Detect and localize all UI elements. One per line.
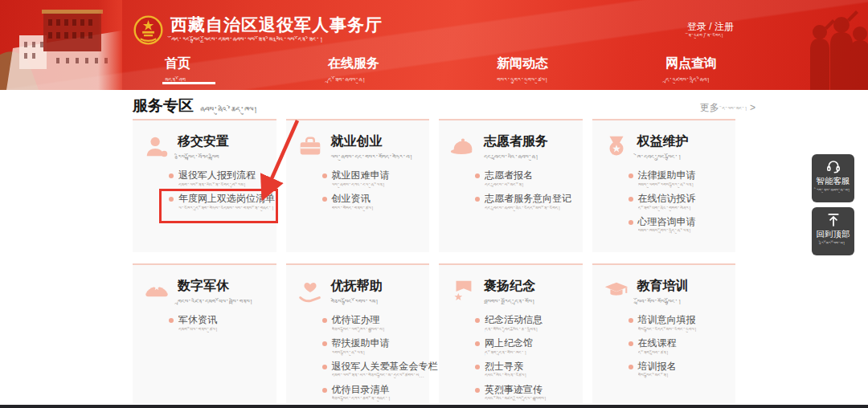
cards-row-1: 移交安置 རྩིས་སྤྲོད་བཀོད་སྒྲིག 退役军人报到流程 དམག་…: [133, 119, 735, 252]
page: 西藏自治区退役军人事务厅 བོད་རང་སྐྱོང་ལྗོངས་དམག་ཞབས་…: [0, 0, 868, 408]
card-title[interactable]: 教育培训: [637, 278, 689, 295]
service-link-label[interactable]: 心理咨询申请: [638, 217, 696, 228]
service-link[interactable]: 优待证办理 གཅེས་སྐྱོང་ལག་ཁྱེར་བསྒྲུབ་པ།: [322, 315, 438, 333]
service-link[interactable]: 培训报名 གསོ་སྦྱོང་མིང་ཐོ།: [628, 361, 698, 380]
cards-row-2: 数字军休 གྲངས་འཛིན་དམག་ཡོལ་བསྟི་གནས། 军休资讯 དམ…: [133, 263, 735, 404]
service-link[interactable]: 创业资讯 གསར་གཏོད་གནས་ཚུལ།: [322, 194, 390, 212]
service-link-label[interactable]: 退役军人报到流程: [178, 170, 275, 182]
service-link-label[interactable]: 就业困难申请: [332, 170, 390, 182]
nav-branch-query-label[interactable]: 网点查询: [665, 55, 717, 72]
service-link[interactable]: 英烈事迹宣传 དཔའ་བོའི་མཛད་རྗེས་དྲིལ་བསྒྲགས།: [475, 385, 547, 403]
service-link-label[interactable]: 英烈事迹宣传: [485, 385, 547, 396]
nav-online-services[interactable]: 在线服务 དྲ་ཐོག་ཞབས་ཞུ།: [328, 55, 379, 84]
card-digital-military-retirement: 数字军休 གྲངས་འཛིན་དམག་ཡོལ་བསྟི་གནས། 军休资讯 དམ…: [133, 263, 276, 404]
card-volunteer-services: 志愿者服务 དང་བླངས་པའི་ཞབས་ཞུ། 志愿者报名 དང་བླངས་…: [439, 119, 583, 252]
service-link-label[interactable]: 志愿者报名: [485, 170, 571, 182]
service-link[interactable]: 军休资讯 དམག་ཡོལ་གནས་ཚུལ།: [169, 315, 218, 333]
service-link[interactable]: 在线课程 དྲ་ཐོག་སློབ་ཚན།: [628, 338, 698, 357]
service-link-label[interactable]: 年度网上双选岗位清单: [178, 194, 275, 205]
card-title[interactable]: 褒扬纪念: [484, 278, 535, 295]
nav-branch-query[interactable]: 网点查询 དྲ་འཛུགས་འདྲི་ཞིབ།: [665, 55, 717, 84]
bullet-icon: [322, 365, 327, 369]
service-link-tibetan: དྲ་ཐོག་སློབ་ཚན།: [638, 350, 698, 357]
service-link-tibetan: གསོ་སྦྱོང་འདོད་མོས་འགེང་འབུལ།: [638, 327, 698, 333]
card-title-tibetan: བསྔགས་བརྗོད་དྲན་གསོ།: [484, 298, 535, 306]
service-link-tibetan: གསར་གཏོད་གནས་ཚུལ།: [332, 206, 390, 212]
back-to-top-button[interactable]: 回到顶部 རྩེ་མོར་ལོག་པ།: [812, 207, 854, 255]
service-link-annual-job-list[interactable]: 年度网上双选岗位清单 ལོ་འཁོར་དྲ་ཐོག་གཉིས་འདེམས་ལས་…: [169, 194, 275, 212]
smart-customer-service-button[interactable]: 智能客服 རིག་ནུས་ཞབས་ཞུ་བ།: [812, 154, 854, 202]
service-link-tibetan: ལས་ཞུགས་དཀའ་ངལ་ཞུ་ལེན།: [332, 182, 390, 189]
service-link[interactable]: 就业困难申请 ལས་ཞུགས་དཀའ་ངལ་ཞུ་ལེན།: [322, 170, 390, 189]
service-link[interactable]: 烈士寻亲 དཔའ་བོའི་གཉེན་འཚོལ།: [475, 361, 547, 380]
service-link-tibetan: རོགས་སྐྱོར་ཞུ་ལེན།: [332, 350, 438, 357]
service-link[interactable]: 网上纪念馆 དྲ་ཐོག་དྲན་གསོ་ཁང་།: [475, 338, 547, 357]
service-link[interactable]: 在线信访投诉 དྲ་ཐོག་ཡིག་ཞུའི་གཏུག་བཤེར།: [628, 194, 696, 212]
nav-home-label[interactable]: 首页: [165, 55, 190, 72]
service-link-tibetan: སེམས་ཁམས་གྲོས་འདྲི་ཞུ་ལེན།: [638, 228, 696, 235]
service-link-label[interactable]: 网上纪念馆: [485, 338, 547, 349]
bullet-icon: [628, 365, 633, 369]
service-link[interactable]: 退役军人报到流程 དམག་ལས་ཐོན་པའི་ཐོ་འགོད་བྱ་རིམ།: [169, 170, 275, 189]
potala-palace-image: [0, 0, 122, 90]
card-title[interactable]: 优抚帮助: [331, 278, 383, 295]
card-transfer-placement: 移交安置 རྩིས་སྤྲོད་བཀོད་སྒྲིག 退役军人报到流程 དམག་…: [133, 119, 276, 252]
service-link[interactable]: 退役军人关爱基金会专栏 དམག་ལས་ཐོན་པར་གཅེས་སྐྱོང་མ་ད…: [322, 361, 438, 380]
service-link[interactable]: 志愿者服务意向登记 དང་བླངས་ཞབས་ཞུའི་འདོད་མོས་ཐོ་འ…: [475, 194, 571, 212]
service-link-label[interactable]: 在线课程: [638, 338, 698, 349]
card-title-tibetan: རྩིས་སྤྲོད་བཀོད་སྒྲིག: [178, 153, 229, 161]
service-link-label[interactable]: 志愿者服务意向登记: [485, 194, 571, 205]
headset-icon: [825, 158, 842, 175]
service-link-label[interactable]: 军休资讯: [178, 315, 218, 326]
service-link-tibetan: དྲན་གསོའི་བྱེད་སྒོའི་ཆ་འཕྲིན།: [485, 327, 547, 333]
service-link-label[interactable]: 优待证办理: [332, 315, 438, 326]
card-title[interactable]: 就业创业: [331, 133, 413, 150]
back-to-top-label[interactable]: 回到顶部: [812, 229, 854, 240]
login-register-link[interactable]: 登录 / 注册: [687, 20, 734, 34]
card-title[interactable]: 数字军休: [178, 278, 253, 295]
smart-customer-service-label[interactable]: 智能客服: [812, 176, 854, 187]
service-link-label[interactable]: 帮扶援助申请: [332, 338, 438, 349]
service-link[interactable]: 志愿者报名 དང་བླངས་པ་མིང་ཐོ།: [475, 170, 571, 189]
card-title-tibetan: དང་བླངས་པའི་ཞབས་ཞུ།: [484, 153, 548, 161]
service-link-label[interactable]: 纪念活动信息: [485, 315, 547, 326]
nav-online-services-label[interactable]: 在线服务: [328, 55, 379, 72]
nav-news-label[interactable]: 新闻动态: [497, 55, 548, 72]
service-link[interactable]: 法律援助申请 ཁྲིམས་ལུགས་རོགས་སྐྱོར་ཞུ་ལེན།: [628, 170, 696, 189]
service-link[interactable]: 心理咨询申请 སེམས་ཁམས་གྲོས་འདྲི་ཞུ་ལེན།: [628, 217, 696, 235]
service-link-label[interactable]: 在线信访投诉: [638, 194, 696, 205]
bullet-icon: [628, 197, 633, 202]
bullet-icon: [475, 341, 480, 346]
bullet-icon: [322, 341, 327, 346]
service-link-label[interactable]: 优待目录清单: [332, 385, 438, 396]
more-label[interactable]: 更多: [700, 102, 719, 113]
section-title: 服务专区: [133, 96, 194, 116]
service-link-label[interactable]: 创业资讯: [332, 194, 390, 205]
card-title[interactable]: 移交安置: [178, 133, 229, 150]
heart-hand-icon: [297, 278, 324, 305]
service-link-label[interactable]: 烈士寻亲: [485, 361, 547, 373]
service-link-tibetan: དྲ་ཐོག་དྲན་གསོ་ཁང་།: [485, 350, 547, 357]
service-link-tibetan: དམག་ལས་ཐོན་པའི་ཐོ་འགོད་བྱ་རིམ།: [178, 182, 275, 189]
service-link-label[interactable]: 法律援助申请: [638, 170, 696, 182]
card-title[interactable]: 权益维护: [637, 133, 689, 150]
service-link[interactable]: 优待目录清单 གཅེས་སྐྱོང་དཀར་ཆག་ཐོ་གཞུང་།: [322, 385, 438, 403]
service-link-label[interactable]: 退役军人关爱基金会专栏: [332, 361, 438, 373]
service-link-tibetan: གསོ་སྦྱོང་མིང་ཐོ།: [638, 373, 698, 379]
service-link[interactable]: 帮扶援助申请 རོགས་སྐྱོར་ཞུ་ལེན།: [322, 338, 438, 357]
more-link[interactable]: 更多 དེ་ལས་མང་། >: [675, 101, 755, 115]
bullet-icon: [322, 388, 327, 393]
active-tab-underline: [162, 82, 215, 84]
service-link[interactable]: 培训意向填报 གསོ་སྦྱོང་འདོད་མོས་འགེང་འབུལ།: [628, 315, 698, 333]
service-link[interactable]: 纪念活动信息 དྲན་གསོའི་བྱེད་སྒོའི་ཆ་འཕྲིན།: [475, 315, 547, 333]
service-link-label[interactable]: 培训报名: [638, 361, 698, 373]
bullet-icon: [475, 318, 480, 323]
bullet-icon: [169, 197, 174, 202]
card-title[interactable]: 志愿者服务: [484, 133, 548, 150]
bullet-icon: [169, 318, 174, 323]
service-link-label[interactable]: 培训意向填报: [638, 315, 698, 326]
nav-news[interactable]: 新闻动态 གསར་འགྱུར་འགུལ་ཚུལ།: [497, 55, 548, 84]
nav-home[interactable]: 首页 མདུན་ཤོག: [165, 55, 190, 84]
cap-icon: [449, 133, 477, 161]
site-header: 西藏自治区退役军人事务厅 བོད་རང་སྐྱོང་ལྗོངས་དམག་ཞབས་…: [0, 0, 868, 90]
